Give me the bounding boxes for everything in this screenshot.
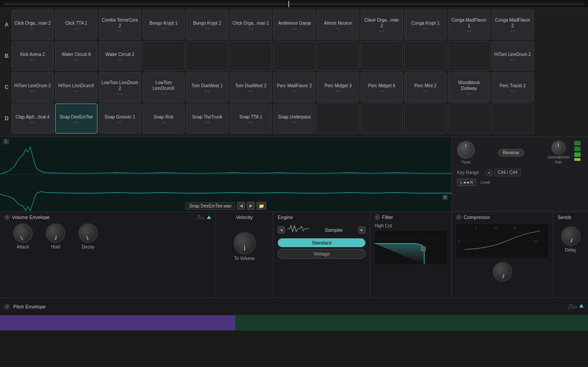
pad-dot — [295, 90, 297, 92]
pad-cell[interactable]: Ambience Ganja — [273, 10, 316, 40]
pad-name: Snap DeeEmTee — [58, 114, 95, 120]
pad-cell[interactable]: HiTom LinnDrum 2 — [11, 72, 54, 102]
pitch-envelope-power[interactable] — [4, 304, 10, 309]
waveform-folder-btn[interactable]: 📁 — [257, 202, 266, 210]
pad-dots — [510, 30, 515, 32]
pad-name: Atmos Neuron — [322, 20, 354, 26]
compressor-title: Compressor — [456, 215, 490, 220]
pad-cell[interactable]: Snap TheTrunk — [186, 104, 228, 133]
key-range-label: Key Range — [457, 170, 481, 175]
pad-cell[interactable] — [448, 104, 490, 133]
pad-dot — [118, 59, 119, 61]
pitch-envelope-expand-icon[interactable] — [579, 304, 584, 308]
pad-cell[interactable]: Perc Mini 2 — [404, 72, 447, 102]
pad-cell[interactable]: HiTom LinnDrum 2 — [491, 41, 534, 71]
velocity-knob[interactable] — [234, 232, 256, 254]
pad-cell[interactable]: Clave Orga...man 2 — [361, 10, 403, 40]
pad-cell[interactable]: Snap Underpass — [273, 104, 316, 133]
pad-cell[interactable]: Atmos Neuron — [317, 10, 359, 40]
volume-envelope-power[interactable] — [4, 215, 10, 220]
pad-dots — [249, 28, 253, 30]
engine-standard-btn[interactable]: Standard — [278, 238, 365, 247]
pad-cell[interactable] — [404, 104, 447, 133]
pad-cell[interactable]: LowTom LinnDrumX — [142, 72, 185, 102]
tune-knob-container: Tune — [457, 141, 475, 164]
pad-dots — [336, 90, 340, 92]
filter-power-btn[interactable] — [375, 215, 380, 220]
delay-knob[interactable] — [561, 226, 581, 246]
pad-cell[interactable] — [448, 41, 490, 71]
pan-knob[interactable] — [551, 141, 566, 155]
envelope-expand-icon[interactable] — [207, 215, 211, 219]
pad-cell[interactable]: Perc Midget 3 — [317, 72, 359, 102]
engine-next-btn[interactable]: ► — [358, 226, 365, 234]
pad-dots — [205, 28, 209, 30]
filter-title: Filter — [375, 215, 393, 220]
pad-cell[interactable]: Snap Groovin 1 — [99, 104, 141, 133]
velocity-knob-wrap: To Volume — [234, 232, 256, 261]
pad-cell[interactable] — [186, 41, 228, 71]
pad-cell[interactable]: LowTom LinnDrum 2 — [99, 72, 141, 102]
pad-cell[interactable]: Conga MadFlavor 2 — [491, 10, 534, 40]
compressor-power-btn[interactable] — [456, 215, 461, 220]
pad-cell[interactable]: Conga Krypt 1 — [404, 10, 447, 40]
pad-dot — [510, 90, 512, 92]
pad-cell[interactable] — [361, 41, 403, 71]
svg-rect-9 — [421, 247, 425, 251]
sequencer-teal-region — [235, 315, 588, 330]
hold-knob[interactable] — [46, 223, 65, 243]
pad-cell[interactable]: Woodblock Dubway — [448, 72, 490, 102]
pad-cell[interactable] — [404, 41, 447, 71]
pad-dot — [161, 93, 163, 95]
pad-cell[interactable]: Tom DueWest 1 — [186, 72, 228, 102]
pad-cell[interactable] — [491, 104, 534, 133]
pad-cell[interactable]: Click Orga...man 2 — [11, 10, 54, 40]
waveform-next-btn[interactable]: ▶ — [247, 202, 255, 210]
waveform-end-marker: E — [443, 195, 448, 200]
attack-knob[interactable] — [13, 223, 33, 243]
tune-knob[interactable] — [457, 141, 475, 159]
pad-cell[interactable]: HiTom LinnDrumX — [55, 72, 97, 102]
pad-dots — [249, 122, 253, 123]
decay-label: Decay — [82, 245, 94, 249]
pad-cell[interactable]: Combo TerrorCore 2 — [99, 10, 141, 40]
pad-cell[interactable]: Perc MadFlavor 2 — [273, 72, 316, 102]
pad-cell[interactable] — [361, 104, 403, 133]
pad-cell[interactable]: Water Circuit 2 — [99, 41, 141, 71]
pad-cell[interactable] — [317, 41, 359, 71]
pad-cell[interactable]: Perc Midget 6 — [361, 72, 403, 102]
waveform-s-label: S — [3, 139, 9, 145]
reverse-button[interactable]: Reverse — [498, 149, 524, 156]
pad-cell[interactable]: Water Circuit 8 — [55, 41, 97, 71]
engine-wave-icon — [287, 224, 309, 233]
pad-cell[interactable]: Snap DeeEmTee — [55, 104, 97, 133]
pad-cell[interactable]: Click TTA 1 — [55, 10, 97, 40]
pad-cell[interactable] — [273, 41, 316, 71]
pad-cell[interactable]: Snap TTA 1 — [230, 104, 272, 133]
pad-cell[interactable]: Perc Tracid 2 — [491, 72, 534, 102]
pad-cell[interactable]: Kick Arena 2 — [11, 41, 54, 71]
engine-vintage-btn[interactable]: Vintage — [278, 249, 365, 259]
pad-cell[interactable]: Bongo Krypt 1 — [142, 10, 185, 40]
pad-cell[interactable]: Tom DueWest 2 — [230, 72, 272, 102]
lr-button[interactable]: L◄►R — [457, 179, 476, 186]
pad-name: Conga Krypt 1 — [409, 20, 441, 26]
pad-cell[interactable]: Clap Alph...tical 4 — [11, 104, 54, 133]
engine-prev-btn[interactable]: ◄ — [278, 226, 285, 234]
compressor-knob-area — [456, 262, 548, 282]
waveform-prev-btn[interactable]: ◀ — [237, 202, 245, 210]
compressor-main-knob[interactable] — [493, 262, 512, 282]
compressor-title-text: Compressor — [464, 215, 490, 220]
pitch-envelope-title: Pitch Envelope — [13, 304, 45, 309]
pad-cell[interactable] — [230, 41, 272, 71]
pad-cell[interactable] — [142, 41, 185, 71]
pad-cell[interactable]: Snap Rnb — [142, 104, 185, 133]
pad-cell[interactable]: Bongo Krypt 2 — [186, 10, 228, 40]
pad-dot — [295, 28, 297, 30]
pad-cell[interactable] — [317, 104, 359, 133]
pad-cell[interactable]: Conga MadFlavor 1 — [448, 10, 490, 40]
pad-cell[interactable]: Click Orga...man 1 — [230, 10, 272, 40]
pan-bar — [547, 156, 569, 159]
decay-knob[interactable] — [78, 223, 98, 243]
pad-dot — [292, 90, 294, 92]
